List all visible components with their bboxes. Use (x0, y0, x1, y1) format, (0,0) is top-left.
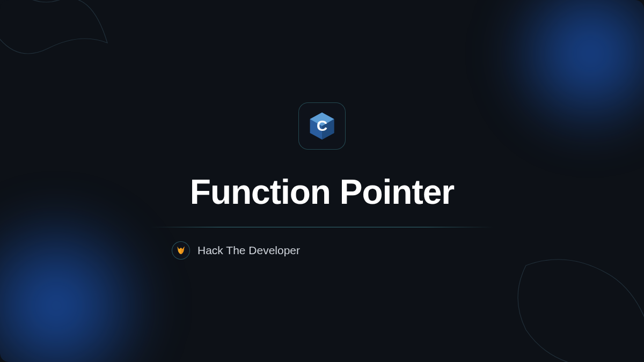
c-language-icon: C (307, 111, 337, 141)
svg-text:C: C (317, 117, 327, 134)
fox-icon (175, 245, 186, 256)
hero-card: C Function Pointer Hack The Developer (0, 0, 644, 362)
content-wrapper: C Function Pointer Hack The Developer (0, 0, 644, 362)
divider-line (150, 227, 494, 227)
author-name: Hack The Developer (197, 244, 300, 257)
language-icon-box: C (298, 102, 346, 150)
page-title: Function Pointer (190, 172, 454, 212)
author-row: Hack The Developer (172, 241, 300, 260)
author-logo-icon (172, 241, 190, 260)
